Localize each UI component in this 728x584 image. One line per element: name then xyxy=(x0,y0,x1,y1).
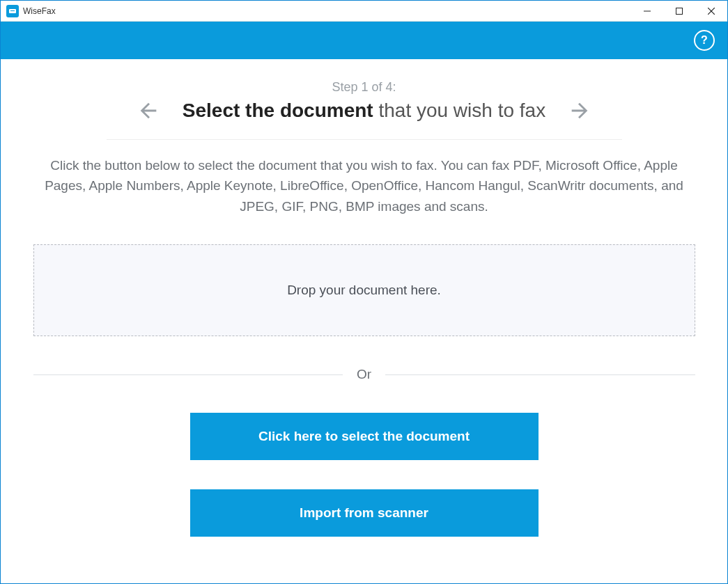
or-separator: Or xyxy=(33,367,695,382)
minimize-button[interactable] xyxy=(631,1,663,22)
maximize-button[interactable] xyxy=(663,1,695,22)
description-text: Click the button below to select the doc… xyxy=(37,155,692,216)
arrow-left-icon xyxy=(137,99,160,123)
divider xyxy=(385,374,695,375)
main-content: Step 1 of 4: Select the document that yo… xyxy=(1,59,727,583)
titlebar: WiseFax xyxy=(1,1,727,22)
help-icon: ? xyxy=(701,34,708,47)
app-window: WiseFax ? Step 1 of 4: Select the docume… xyxy=(0,0,728,584)
divider xyxy=(33,374,343,375)
window-title: WiseFax xyxy=(23,6,56,16)
svg-rect-3 xyxy=(676,8,683,14)
dropzone-label: Drop your document here. xyxy=(287,283,441,298)
page-title-bold: Select the document xyxy=(183,100,373,121)
divider xyxy=(107,139,622,140)
help-button[interactable]: ? xyxy=(694,30,715,51)
app-header: ? xyxy=(1,22,727,59)
select-document-label: Click here to select the document xyxy=(258,429,470,444)
step-indicator: Step 1 of 4: xyxy=(332,80,396,95)
document-dropzone[interactable]: Drop your document here. xyxy=(33,244,695,336)
close-button[interactable] xyxy=(695,1,727,22)
import-scanner-label: Import from scanner xyxy=(300,505,428,521)
arrow-right-icon xyxy=(568,99,591,123)
page-title: Select the document that you wish to fax xyxy=(183,100,545,122)
next-step-button[interactable] xyxy=(566,97,593,124)
heading-row: Select the document that you wish to fax xyxy=(107,97,622,124)
prev-step-button[interactable] xyxy=(135,97,162,124)
page-title-rest: that you wish to fax xyxy=(373,100,545,121)
import-scanner-button[interactable]: Import from scanner xyxy=(190,489,539,537)
svg-rect-1 xyxy=(10,10,15,11)
or-label: Or xyxy=(357,367,371,382)
select-document-button[interactable]: Click here to select the document xyxy=(190,413,539,460)
app-icon xyxy=(6,5,19,17)
